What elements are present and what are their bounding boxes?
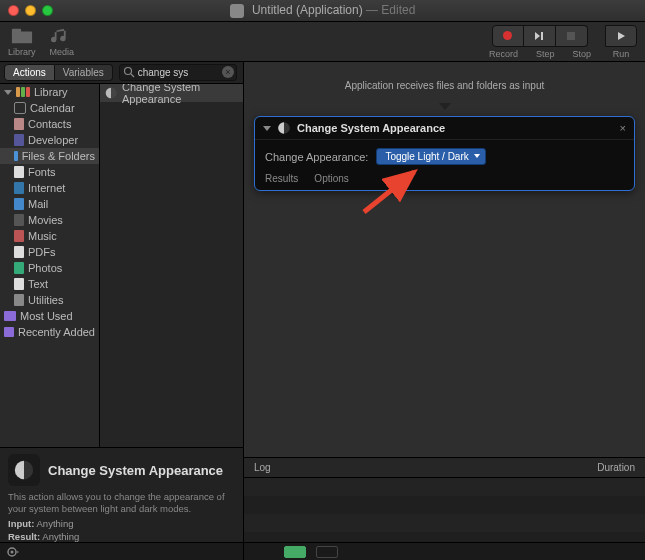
log-col-log: Log	[254, 462, 271, 473]
appearance-action-icon	[277, 121, 291, 135]
param-label: Change Appearance:	[265, 151, 368, 163]
remove-action[interactable]: ×	[620, 122, 626, 134]
edited-indicator: — Edited	[366, 3, 415, 17]
svg-line-3	[131, 74, 134, 77]
sidebar-item-text[interactable]: Text	[0, 276, 99, 292]
sidebar-recently-added[interactable]: Recently Added	[0, 324, 99, 340]
sidebar-item-photos[interactable]: Photos	[0, 260, 99, 276]
svg-rect-1	[12, 28, 21, 32]
titlebar: Untitled (Application) — Edited	[0, 0, 645, 22]
view-mode-workflow[interactable]	[284, 546, 306, 558]
sidebar-most-used[interactable]: Most Used	[0, 308, 99, 324]
sidebar-item-utilities[interactable]: Utilities	[0, 292, 99, 308]
toolbar-media[interactable]: Media	[50, 27, 75, 57]
svg-rect-0	[12, 31, 32, 43]
svg-point-7	[11, 550, 14, 553]
search-input[interactable]	[119, 64, 237, 81]
clear-search[interactable]: ×	[222, 66, 234, 78]
record-button[interactable]	[492, 25, 524, 47]
appearance-action-icon	[104, 86, 118, 100]
library-sidebar: Library Calendar Contacts Developer File…	[0, 84, 100, 447]
toolbar: Library Media RecordStepStop Run	[0, 22, 645, 62]
stop-button[interactable]	[556, 25, 588, 47]
run-button[interactable]	[605, 25, 637, 47]
workflow-input-hint: Application receives files and folders a…	[254, 72, 635, 103]
gear-icon[interactable]	[6, 546, 20, 558]
log-col-duration: Duration	[597, 462, 635, 473]
card-tab-options[interactable]: Options	[314, 173, 348, 184]
sidebar-item-music[interactable]: Music	[0, 228, 99, 244]
sidebar-item-calendar[interactable]: Calendar	[0, 100, 99, 116]
description-body: This action allows you to change the app…	[8, 491, 235, 516]
sidebar-item-developer[interactable]: Developer	[0, 132, 99, 148]
action-card[interactable]: Change System Appearance × Change Appear…	[254, 116, 635, 191]
sidebar-item-contacts[interactable]: Contacts	[0, 116, 99, 132]
sidebar-item-movies[interactable]: Movies	[0, 212, 99, 228]
right-statusbar	[244, 542, 645, 560]
sidebar-item-fonts[interactable]: Fonts	[0, 164, 99, 180]
description-title: Change System Appearance	[48, 463, 223, 478]
flow-arrow-icon	[439, 103, 451, 110]
appearance-action-icon	[8, 454, 40, 486]
left-statusbar	[0, 542, 243, 560]
sidebar-item-mail[interactable]: Mail	[0, 196, 99, 212]
app-icon	[230, 4, 244, 18]
sidebar-item-pdfs[interactable]: PDFs	[0, 244, 99, 260]
disclosure-icon[interactable]	[263, 126, 271, 131]
description-pane: Change System Appearance This action all…	[0, 447, 243, 542]
tab-variables[interactable]: Variables	[55, 64, 113, 81]
search-icon	[123, 66, 135, 78]
action-card-title: Change System Appearance	[297, 122, 445, 134]
library-root[interactable]: Library	[0, 84, 99, 100]
tab-actions[interactable]: Actions	[4, 64, 55, 81]
card-tab-results[interactable]: Results	[265, 173, 298, 184]
close-window[interactable]	[8, 5, 19, 16]
workflow-canvas[interactable]: Application receives files and folders a…	[244, 62, 645, 457]
sidebar-item-internet[interactable]: Internet	[0, 180, 99, 196]
svg-point-2	[124, 68, 131, 75]
zoom-window[interactable]	[42, 5, 53, 16]
minimize-window[interactable]	[25, 5, 36, 16]
step-button[interactable]	[524, 25, 556, 47]
log-pane: Log Duration	[244, 457, 645, 542]
view-mode-list[interactable]	[316, 546, 338, 558]
toolbar-library[interactable]: Library	[8, 27, 36, 57]
window-title: Untitled (Application)	[252, 3, 363, 17]
appearance-select[interactable]: Toggle Light / Dark	[376, 148, 485, 165]
action-result-item[interactable]: Change System Appearance	[100, 84, 243, 102]
sidebar-item-files-folders[interactable]: Files & Folders	[0, 148, 99, 164]
action-results: Change System Appearance	[100, 84, 243, 447]
